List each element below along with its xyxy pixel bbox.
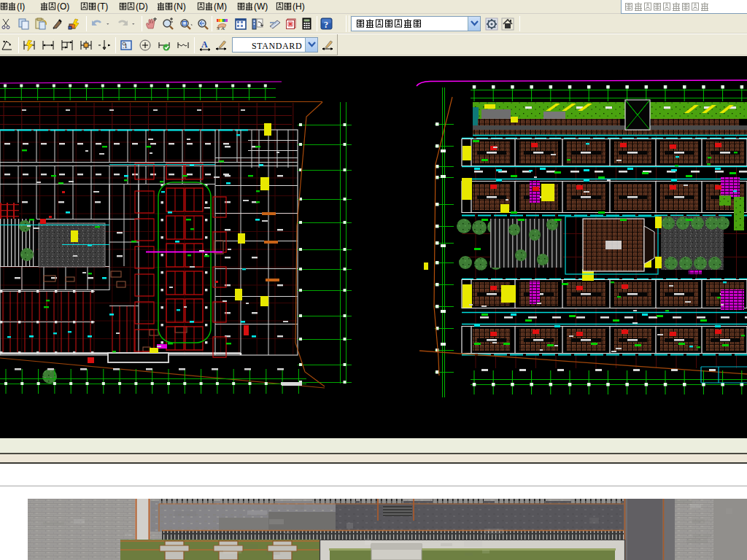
svg-text:A: A <box>221 26 225 31</box>
svg-text:S: S <box>217 26 220 31</box>
svg-text:.1: .1 <box>123 42 128 50</box>
svg-text:?: ? <box>324 20 328 30</box>
svg-text:A: A <box>201 39 208 50</box>
